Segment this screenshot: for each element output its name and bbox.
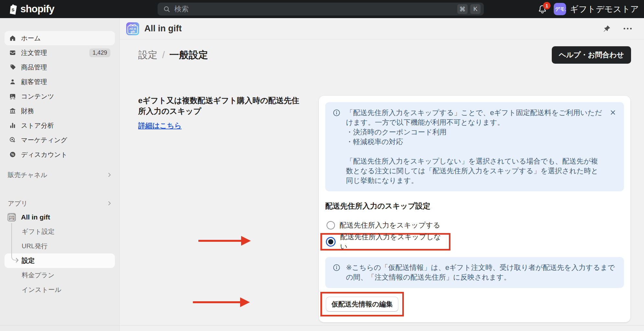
page-header-row: 設定 / 一般設定 ヘルプ・お問合わせ xyxy=(138,46,631,64)
sidebar-item-products[interactable]: 商品管理 xyxy=(5,60,115,74)
sidebar-item-finance[interactable]: 財務 xyxy=(5,104,115,118)
discount-icon: % xyxy=(9,151,16,158)
svg-text:gift: gift xyxy=(10,218,13,220)
sidebar-subitem-install[interactable]: インストール xyxy=(5,283,115,297)
sidebar-item-marketing[interactable]: マーケティング xyxy=(5,133,115,147)
radio-skip-on[interactable]: 配送先住所入力をスキップする xyxy=(325,218,624,232)
svg-text:All in: All in xyxy=(9,216,14,218)
edit-temp-shipping-button[interactable]: 仮配送先情報の編集 xyxy=(326,297,398,312)
annotation-arrow-button xyxy=(193,297,250,307)
all-in-gift-app-icon-small: All in gift xyxy=(7,213,16,221)
sidebar-item-discounts[interactable]: % ディスカウント xyxy=(5,147,115,162)
edit-button-row: 仮配送先情報の編集 xyxy=(325,292,624,316)
details-link[interactable]: 詳細はこちら xyxy=(138,121,182,131)
page: S shopify ⌘ K 1 トデモス ギフトデモストア xyxy=(0,0,644,331)
sidebar-item-all-in-gift[interactable]: All in gift All in gift xyxy=(5,210,115,224)
tag-icon xyxy=(9,64,16,71)
radio-selected-icon[interactable] xyxy=(326,237,336,247)
topbar: S shopify ⌘ K 1 トデモス ギフトデモストア xyxy=(0,0,644,18)
shopify-logo[interactable]: S shopify xyxy=(7,0,54,18)
person-icon xyxy=(9,78,16,85)
store-name: ギフトデモストア xyxy=(570,4,639,15)
info-banner-bottom: ※こちらの「仮配送情報」は、eギフト注文時、受け取り者が配送先を入力するまでの間… xyxy=(325,257,624,288)
radio-unselected-icon[interactable] xyxy=(327,221,335,230)
settings-card: 「配送先住所入力をスキップする」ことで、eギフト固定配送料をご利用いただけます。… xyxy=(319,96,630,322)
media-icon xyxy=(9,93,16,100)
sidebar-item-content[interactable]: コンテンツ xyxy=(5,89,115,103)
setting-description-column: eギフト又は複数配送ギフト購入時の配送先住所入力のスキップ 詳細はこちら xyxy=(138,95,305,131)
svg-text:%: % xyxy=(11,153,14,156)
shortcut-k-key: K xyxy=(470,4,481,14)
sidebar-item-label: 注文管理 xyxy=(21,48,47,57)
topbar-right: 1 トデモス ギフトデモストア xyxy=(537,0,639,18)
home-icon xyxy=(9,35,16,42)
app-title: All in gift xyxy=(144,24,182,34)
info-icon xyxy=(332,109,341,117)
info-banner-top-text: 「配送先住所入力をスキップする」ことで、eギフト固定配送料をご利用いただけます。… xyxy=(346,108,604,186)
tree-connector-arrow xyxy=(11,223,23,266)
search-icon xyxy=(163,5,171,13)
target-icon xyxy=(9,136,16,144)
info-icon xyxy=(332,263,341,272)
sidebar-item-label: ディスカウント xyxy=(21,150,67,159)
bar-chart-icon xyxy=(9,122,16,129)
chevron-right-icon xyxy=(106,200,112,206)
search-input[interactable] xyxy=(174,5,455,13)
notifications-button[interactable]: 1 xyxy=(537,4,548,15)
sidebar-item-analytics[interactable]: ストア分析 xyxy=(5,118,115,133)
sidebar-section-apps[interactable]: アプリ xyxy=(0,198,119,208)
skip-setting-radio-group: 配送先住所入力をスキップする 配送先住所入力をスキップしない xyxy=(325,218,624,251)
sidebar-item-customers[interactable]: 顧客管理 xyxy=(5,75,115,89)
sidebar-item-label: 財務 xyxy=(21,107,34,115)
all-in-gift-app-icon: All in gift xyxy=(126,22,139,35)
search-bar[interactable]: ⌘ K xyxy=(158,3,484,16)
sidebar-item-label: ストア分析 xyxy=(21,121,54,130)
skip-setting-label: 配送先住所入力のスキップ設定 xyxy=(325,201,624,211)
breadcrumb-separator: / xyxy=(162,49,165,60)
notification-badge: 1 xyxy=(543,2,550,9)
page-title: 一般設定 xyxy=(169,48,208,62)
sidebar-item-label: 顧客管理 xyxy=(21,78,47,86)
avatar: トデモス xyxy=(554,3,566,15)
sidebar-section-sales-channels[interactable]: 販売チャネル xyxy=(0,170,119,180)
sidebar-item-label: 商品管理 xyxy=(21,63,47,72)
main-content: All in gift All in gift 設定 / 一般設定 ヘルプ・お問… xyxy=(120,18,644,331)
app-header-bar: All in gift All in gift xyxy=(120,18,644,39)
svg-text:S: S xyxy=(12,7,15,12)
sidebar-item-home[interactable]: ホーム xyxy=(5,31,115,45)
bottom-divider xyxy=(0,325,644,326)
more-actions-icon[interactable] xyxy=(623,24,632,34)
shopify-wordmark: shopify xyxy=(20,3,54,15)
svg-text:gift: gift xyxy=(130,30,135,33)
info-banner-top: 「配送先住所入力をスキップする」ことで、eギフト固定配送料をご利用いただけます。… xyxy=(325,102,624,191)
setting-section-heading: eギフト又は複数配送ギフト購入時の配送先住所入力のスキップ xyxy=(138,95,305,116)
bank-icon xyxy=(9,107,16,114)
svg-text:All in: All in xyxy=(129,27,136,30)
chevron-right-icon xyxy=(106,172,112,178)
store-menu[interactable]: トデモス ギフトデモストア xyxy=(554,3,639,15)
shopify-bag-icon: S xyxy=(7,3,18,15)
sidebar-item-label: マーケティング xyxy=(21,136,67,144)
sidebar: ホーム 注文管理 1,429 商品管理 顧客管理 コンテンツ xyxy=(0,18,120,331)
shortcut-cmd-key: ⌘ xyxy=(457,4,468,14)
orders-icon xyxy=(9,49,16,56)
info-banner-bottom-text: ※こちらの「仮配送情報」は、eギフト注文時、受け取り者が配送先を入力するまでの間… xyxy=(346,263,617,282)
help-contact-button[interactable]: ヘルプ・お問合わせ xyxy=(552,46,631,64)
pin-icon[interactable] xyxy=(602,24,612,34)
annotation-box-button: 仮配送先情報の編集 xyxy=(320,292,404,316)
breadcrumb: 設定 / 一般設定 xyxy=(138,48,208,62)
sidebar-item-orders[interactable]: 注文管理 1,429 xyxy=(5,46,115,60)
sidebar-item-label: ホーム xyxy=(21,34,41,43)
annotation-arrow-radio xyxy=(198,236,251,246)
annotation-box-radio: 配送先住所入力をスキップしない xyxy=(320,233,450,251)
close-icon[interactable] xyxy=(609,109,617,116)
sidebar-item-label: コンテンツ xyxy=(21,92,54,101)
orders-count-badge: 1,429 xyxy=(89,48,110,57)
radio-skip-off[interactable]: 配送先住所入力をスキップしない xyxy=(325,235,446,249)
breadcrumb-settings[interactable]: 設定 xyxy=(138,48,158,62)
app-name: All in gift xyxy=(21,213,50,221)
sidebar-subitem-pricing-plan[interactable]: 料金プラン xyxy=(5,268,115,283)
